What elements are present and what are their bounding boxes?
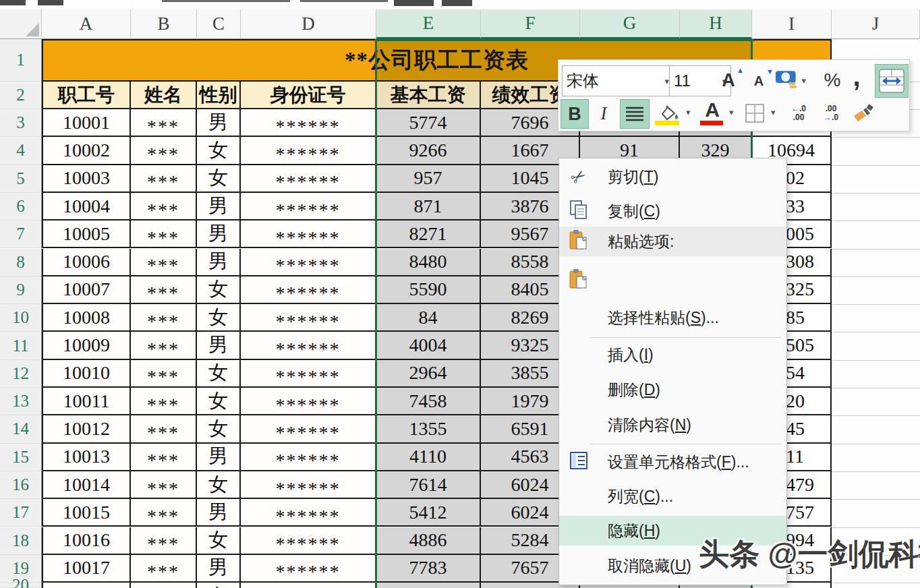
format-painter-button[interactable]: [849, 99, 878, 127]
cell-e3[interactable]: 5774: [376, 109, 481, 137]
row-header-17[interactable]: 17: [0, 499, 42, 527]
column-header-g[interactable]: G: [580, 9, 680, 39]
row-header-14[interactable]: 14: [0, 415, 42, 443]
cell-e12[interactable]: 2964: [376, 360, 481, 388]
cell-a5[interactable]: 10003: [42, 165, 131, 193]
cell-e20[interactable]: [376, 583, 481, 588]
borders-button[interactable]: [741, 99, 769, 127]
cell-e11[interactable]: 4004: [376, 332, 481, 359]
cell-b7[interactable]: ***: [131, 220, 197, 248]
italic-button[interactable]: I: [590, 99, 617, 127]
menu-item-delete[interactable]: 删除(D): [559, 375, 786, 405]
row-header-20[interactable]: 20: [0, 583, 42, 588]
row-header-4[interactable]: 4: [0, 137, 42, 165]
menu-item-column-width[interactable]: 列宽(C)...: [559, 481, 786, 511]
bold-button[interactable]: B: [560, 99, 589, 129]
menu-item-copy[interactable]: 复制(C): [559, 196, 786, 226]
align-button[interactable]: [620, 99, 650, 129]
cell-d12[interactable]: ******: [241, 360, 376, 388]
header-cell-a[interactable]: 职工号: [42, 82, 131, 109]
cell-e13[interactable]: 7458: [376, 388, 481, 415]
cell-e5[interactable]: 957: [376, 165, 481, 193]
column-header-d[interactable]: D: [241, 9, 376, 39]
row-header-9[interactable]: 9: [0, 276, 42, 304]
cell-b14[interactable]: ***: [131, 415, 197, 443]
cell-c17[interactable]: 男: [197, 499, 241, 527]
cell-d9[interactable]: ******: [241, 276, 376, 304]
header-cell-e[interactable]: 基本工资: [376, 82, 481, 109]
row-header-6[interactable]: 6: [0, 193, 42, 220]
column-header-i[interactable]: I: [752, 9, 832, 39]
row-header-15[interactable]: 15: [0, 444, 42, 471]
menu-item-paste-button[interactable]: [559, 266, 786, 295]
cell-d10[interactable]: ******: [241, 304, 376, 332]
cell-e9[interactable]: 5590: [376, 276, 481, 304]
cell-b18[interactable]: ***: [131, 527, 197, 555]
cell-d4[interactable]: ******: [241, 137, 376, 165]
cell-c6[interactable]: 男: [197, 193, 241, 220]
cell-d15[interactable]: ******: [241, 444, 376, 471]
row-header-2[interactable]: 2: [0, 82, 42, 109]
cell-d8[interactable]: ******: [241, 249, 376, 276]
cell-b6[interactable]: ***: [131, 193, 197, 220]
cell-d3[interactable]: ******: [241, 109, 376, 137]
cell-a14[interactable]: 10012: [42, 415, 131, 443]
cell-e7[interactable]: 8271: [376, 220, 481, 248]
cell-d17[interactable]: ******: [241, 499, 376, 527]
shrink-font-button[interactable]: A ▼: [745, 67, 772, 95]
cell-d11[interactable]: ******: [241, 332, 376, 359]
cell-c4[interactable]: 女: [197, 137, 241, 165]
cell-a20[interactable]: [42, 583, 131, 588]
cell-d6[interactable]: ******: [241, 193, 376, 220]
row-header-16[interactable]: 16: [0, 471, 42, 499]
cell-a3[interactable]: 10001: [42, 109, 131, 137]
cell-b3[interactable]: ***: [131, 109, 197, 137]
column-header-j[interactable]: J: [832, 9, 920, 39]
header-cell-d[interactable]: 身份证号: [241, 82, 376, 109]
cell-c11[interactable]: 男: [197, 332, 241, 359]
select-all-corner[interactable]: [0, 9, 42, 39]
cell-e14[interactable]: 1355: [376, 415, 481, 443]
row-header-5[interactable]: 5: [0, 165, 42, 193]
cell-c8[interactable]: 男: [197, 249, 241, 276]
cell-b19[interactable]: ***: [131, 555, 197, 583]
increase-decimal-button[interactable]: ←.0 .00: [784, 99, 813, 127]
cell-c9[interactable]: 女: [197, 276, 241, 304]
cell-a11[interactable]: 10009: [42, 332, 131, 359]
cell-d7[interactable]: ******: [241, 220, 376, 248]
font-color-button[interactable]: A: [697, 98, 727, 127]
cell-e4[interactable]: 9266: [376, 137, 481, 165]
row-header-13[interactable]: 13: [0, 388, 42, 415]
row-header-3[interactable]: 3: [0, 109, 42, 137]
cell-a16[interactable]: 10014: [42, 471, 131, 499]
menu-item-insert[interactable]: 插入(I): [559, 340, 786, 370]
cell-a4[interactable]: 10002: [42, 137, 131, 165]
cell-a9[interactable]: 10007: [42, 276, 131, 304]
font-name-combo[interactable]: 宋体 ▾: [562, 65, 674, 96]
menu-item-paste-special[interactable]: 选择性粘贴(S)...: [559, 303, 786, 332]
cell-d20[interactable]: [241, 583, 376, 588]
cell-c18[interactable]: 女: [197, 527, 241, 555]
cell-e8[interactable]: 8480: [376, 249, 481, 276]
menu-item-clear-contents[interactable]: 清除内容(N): [559, 410, 786, 440]
cell-b12[interactable]: ***: [131, 360, 197, 388]
row-header-12[interactable]: 12: [0, 360, 42, 388]
column-header-b[interactable]: B: [131, 9, 197, 39]
cell-a17[interactable]: 10015: [42, 499, 131, 527]
cell-c12[interactable]: 女: [197, 360, 241, 388]
accounting-format-button[interactable]: ▾: [775, 65, 806, 95]
cell-c19[interactable]: 男: [197, 555, 241, 583]
cell-b15[interactable]: ***: [131, 444, 197, 471]
cell-c10[interactable]: 女: [197, 304, 241, 332]
cell-c5[interactable]: 女: [197, 165, 241, 193]
column-header-c[interactable]: C: [197, 9, 241, 39]
column-header-f[interactable]: F: [481, 9, 580, 39]
cell-a8[interactable]: 10006: [42, 249, 131, 276]
cell-c16[interactable]: 女: [197, 471, 241, 499]
cell-e6[interactable]: 871: [376, 193, 481, 220]
decrease-decimal-button[interactable]: .00 →.0: [816, 99, 846, 127]
cell-b4[interactable]: ***: [131, 137, 197, 165]
menu-item-cut[interactable]: ✂剪切(T): [559, 162, 786, 192]
menu-item-paste-options[interactable]: 粘贴选项:: [559, 227, 786, 256]
row-header-10[interactable]: 10: [0, 304, 42, 332]
